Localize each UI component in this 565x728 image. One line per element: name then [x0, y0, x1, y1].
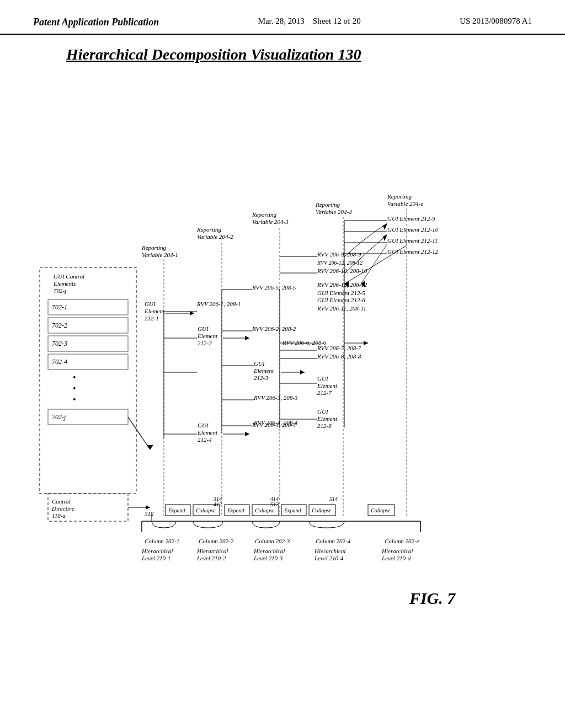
svg-text:Element: Element: [317, 415, 338, 422]
svg-marker-64: [245, 432, 249, 436]
svg-text:702-3: 702-3: [52, 340, 67, 347]
svg-text:GUI Element 212-5: GUI Element 212-5: [317, 290, 365, 296]
svg-text:212-3: 212-3: [254, 374, 268, 381]
svg-text:512: 512: [270, 501, 279, 507]
svg-text:•: •: [73, 395, 76, 404]
svg-text:GUI: GUI: [317, 408, 329, 415]
svg-marker-50: [245, 336, 249, 340]
svg-marker-24: [146, 505, 150, 510]
svg-text:312: 312: [144, 510, 154, 517]
svg-text:Element: Element: [144, 308, 165, 314]
svg-text:Element: Element: [317, 382, 338, 389]
svg-text:702-2: 702-2: [52, 322, 67, 329]
svg-text:RVV 206-12, 208-12: RVV 206-12, 208-12: [317, 281, 367, 288]
svg-text:Level 210-2: Level 210-2: [196, 555, 226, 561]
svg-text:212-7: 212-7: [317, 389, 332, 396]
svg-text:Element: Element: [197, 333, 218, 339]
svg-text:702-4: 702-4: [52, 358, 67, 366]
svg-line-17: [128, 417, 150, 449]
svg-text:RVV 206-7, 208-7: RVV 206-7, 208-7: [317, 345, 361, 351]
svg-marker-18: [147, 445, 153, 449]
svg-text:RVV 206-12, 208-12: RVV 206-12, 208-12: [317, 260, 363, 266]
svg-text:Level 210-d: Level 210-d: [381, 555, 411, 561]
svg-text:514: 514: [329, 496, 338, 502]
svg-text:702-1: 702-1: [52, 303, 67, 311]
page-header: Patent Application Publication Mar. 28, …: [0, 0, 565, 35]
header-right: US 2013/0080978 A1: [460, 17, 532, 26]
svg-text:RVV 206-2, 208-2: RVV 206-2, 208-2: [252, 325, 296, 332]
svg-text:GUI Element 212-11: GUI Element 212-11: [387, 237, 438, 244]
svg-text:Directive: Directive: [51, 505, 74, 512]
svg-text:GUI: GUI: [317, 375, 329, 382]
svg-text:GUI Element 212-10: GUI Element 212-10: [387, 226, 439, 233]
svg-text:GUI Element 212-9: GUI Element 212-9: [387, 215, 435, 222]
svg-marker-59: [300, 370, 305, 374]
svg-text:Expand: Expand: [227, 507, 245, 513]
svg-text:RVV 206-9, 208-9: RVV 206-9, 208-9: [317, 251, 361, 258]
diagram-container: GUI Control Elements 702-j 702-1 702-2 7…: [23, 74, 542, 672]
svg-text:Level 210-3: Level 210-3: [253, 555, 283, 561]
svg-text:Hierarchical: Hierarchical: [253, 548, 285, 554]
svg-text:Reporting: Reporting: [252, 211, 276, 218]
svg-text:212-1: 212-1: [145, 315, 159, 322]
svg-text:GUI Control: GUI Control: [54, 273, 84, 280]
svg-text:Column 202-2: Column 202-2: [199, 538, 234, 544]
svg-text:212-8: 212-8: [317, 422, 332, 429]
svg-text:Elements: Elements: [53, 280, 76, 287]
svg-text:Expand: Expand: [168, 507, 186, 513]
svg-text:•: •: [73, 384, 76, 393]
svg-text:Hierarchical: Hierarchical: [196, 548, 228, 554]
diagram-title: Hierarchical Decomposition Visualization…: [66, 46, 543, 63]
svg-text:110-a: 110-a: [52, 512, 66, 519]
svg-text:GUI: GUI: [198, 422, 209, 429]
svg-text:Collapse: Collapse: [196, 507, 216, 513]
svg-text:Variable 204-3: Variable 204-3: [252, 218, 289, 225]
svg-text:RVV 206-11, 208-11: RVV 206-11, 208-11: [317, 305, 366, 312]
svg-text:RVV 206-8, 208-8: RVV 206-8, 208-8: [317, 353, 361, 360]
svg-text:Element: Element: [253, 367, 274, 374]
svg-text:212-2: 212-2: [198, 340, 212, 346]
svg-text:Variable 204-e: Variable 204-e: [387, 200, 423, 207]
svg-text:GUI: GUI: [198, 325, 209, 332]
diagram-svg: GUI Control Elements 702-j 702-1 702-2 7…: [23, 74, 542, 670]
svg-text:Hierarchical: Hierarchical: [141, 548, 173, 554]
svg-text:702-j: 702-j: [52, 413, 66, 421]
svg-text:Collapse: Collapse: [371, 507, 391, 513]
svg-text:RVV 206-1, 208-1: RVV 206-1, 208-1: [196, 301, 241, 307]
svg-text:Hierarchical: Hierarchical: [314, 548, 345, 554]
svg-text:•: •: [73, 373, 76, 382]
svg-text:GUI: GUI: [145, 301, 156, 307]
header-left: Patent Application Publication: [33, 17, 159, 28]
svg-text:Variable 204-4: Variable 204-4: [316, 208, 352, 215]
svg-text:Expand: Expand: [284, 507, 302, 513]
svg-rect-0: [40, 267, 136, 494]
svg-text:Collapse: Collapse: [312, 507, 332, 513]
svg-text:Variable 204-2: Variable 204-2: [197, 233, 233, 240]
svg-text:Hierarchical: Hierarchical: [381, 548, 413, 554]
svg-text:Level 210-4: Level 210-4: [314, 555, 344, 561]
svg-text:RVV 206-3, 208-3: RVV 206-3, 208-3: [253, 394, 298, 401]
svg-text:412: 412: [214, 501, 222, 507]
svg-text:Collapse: Collapse: [255, 507, 275, 513]
svg-text:Reporting: Reporting: [196, 226, 221, 233]
svg-text:Variable 204-1: Variable 204-1: [142, 251, 178, 258]
svg-text:Column 202-e: Column 202-e: [385, 538, 419, 544]
svg-text:RVV 206-4, 208-4: RVV 206-4, 208-4: [252, 421, 296, 428]
header-center: Mar. 28, 2013 Sheet 12 of 20: [258, 17, 361, 26]
main-content: Hierarchical Decomposition Visualization…: [0, 35, 565, 683]
svg-text:Column 202-1: Column 202-1: [145, 538, 179, 544]
svg-marker-155: [383, 223, 387, 230]
svg-text:702-j: 702-j: [54, 287, 66, 294]
svg-text:Column 202-4: Column 202-4: [316, 538, 351, 544]
svg-text:Reporting: Reporting: [141, 244, 166, 251]
svg-text:Control: Control: [52, 498, 71, 505]
svg-marker-70: [364, 341, 368, 345]
svg-text:Column 202-3: Column 202-3: [255, 538, 290, 544]
svg-line-113: [361, 244, 387, 284]
svg-text:RVV 206-5, 208-5: RVV 206-5, 208-5: [252, 284, 296, 291]
svg-text:GUI Element 212-6: GUI Element 212-6: [317, 297, 365, 303]
svg-text:Reporting: Reporting: [315, 201, 340, 208]
header-sheet: Sheet 12 of 20: [313, 17, 361, 25]
svg-text:Level 210-1: Level 210-1: [141, 555, 170, 561]
svg-text:Element: Element: [197, 429, 218, 436]
